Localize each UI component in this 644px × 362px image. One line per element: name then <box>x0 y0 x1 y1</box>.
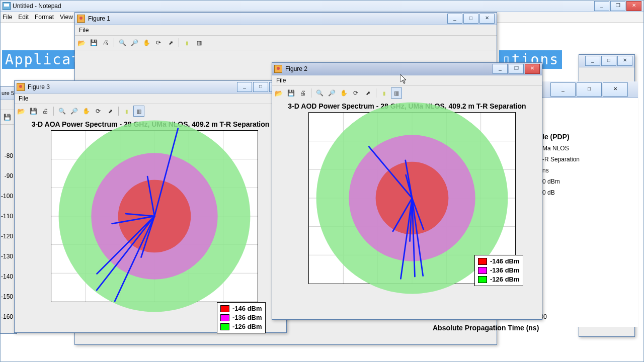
link-icon[interactable] <box>391 87 402 99</box>
aoa-polar-plot[interactable] <box>51 130 258 302</box>
open-icon[interactable] <box>76 37 87 48</box>
brush-icon[interactable] <box>182 37 193 48</box>
print-icon[interactable] <box>100 37 111 48</box>
legend-item: -136 dBm <box>232 313 262 322</box>
print-icon[interactable] <box>40 106 51 117</box>
print-icon[interactable] <box>297 87 308 99</box>
rotate-icon[interactable] <box>93 106 104 117</box>
figure3-menu-file[interactable]: File <box>19 95 28 102</box>
minimize-button[interactable]: _ <box>550 82 576 97</box>
maximize-button[interactable]: □ <box>601 56 616 66</box>
figure2-toolbar <box>272 86 542 101</box>
link-icon[interactable] <box>133 106 144 117</box>
zoom-out-icon[interactable] <box>129 37 140 48</box>
pdp-y-ticks: -80-90-100 -110-120-130 -140-150-160 <box>0 146 13 327</box>
save-icon[interactable] <box>28 106 39 117</box>
close-button[interactable]: ✕ <box>525 64 540 74</box>
data-cursor-icon[interactable] <box>362 87 373 99</box>
figure2-title: Figure 2 <box>285 65 492 72</box>
maximize-button[interactable]: □ <box>463 14 478 24</box>
matlab-icon <box>17 83 25 91</box>
data-cursor-icon[interactable] <box>105 106 116 117</box>
pan-icon[interactable] <box>141 37 152 48</box>
figure3-title: Figure 3 <box>28 83 236 90</box>
figure1-menu-file[interactable]: File <box>79 27 89 34</box>
minimize-button[interactable]: _ <box>594 1 609 11</box>
open-icon[interactable] <box>16 106 27 117</box>
notepad-titlebar[interactable]: Untitled - Notepad _ ❐ ✕ <box>1 1 643 12</box>
data-cursor-icon[interactable] <box>165 37 176 48</box>
figure1-titlebar[interactable]: Figure 1 _ □ ✕ <box>75 13 497 25</box>
maximize-button[interactable]: ❐ <box>610 1 625 11</box>
figure3-legend: -146 dBm -136 dBm -126 dBm <box>217 302 266 333</box>
link-icon[interactable] <box>194 37 205 48</box>
minimize-button[interactable]: _ <box>585 56 600 66</box>
maximize-button[interactable]: □ <box>253 82 268 92</box>
figure3-toolbar <box>15 104 286 119</box>
minimize-button[interactable]: _ <box>493 64 508 74</box>
figure3-window: Figure 3 _ □ ✕ File 3-D AOA Power Spectr… <box>14 80 287 333</box>
save-icon[interactable] <box>88 37 99 48</box>
legend-item: -126 dBm <box>232 322 262 331</box>
close-button[interactable]: ✕ <box>603 82 628 97</box>
figure5-title: ure 5 <box>1 90 15 96</box>
zoom-in-icon[interactable] <box>56 106 67 117</box>
legend-item: -146 dBm <box>490 257 520 266</box>
figure1-title: Figure 1 <box>88 15 446 22</box>
brush-icon[interactable] <box>121 106 132 117</box>
app-strip-left: Applicat <box>2 50 84 69</box>
zoom-in-icon[interactable] <box>117 37 128 48</box>
figure1-toolbar <box>75 36 497 50</box>
rotate-icon[interactable] <box>153 37 164 48</box>
pdp-annot-d: 0 dBm <box>537 176 638 187</box>
menu-item-edit[interactable]: Edit <box>18 14 29 21</box>
matlab-icon <box>274 65 282 73</box>
save-icon[interactable] <box>285 87 296 99</box>
pdp-annot-a: Ma NLOS <box>537 143 638 154</box>
legend-item: -126 dBm <box>490 275 520 284</box>
notepad-icon <box>3 2 11 10</box>
figure2-legend: -146 dBm -136 dBm -126 dBm <box>474 255 523 286</box>
figure2-menu-file[interactable]: File <box>276 77 286 84</box>
menu-item-format[interactable]: Format <box>35 14 54 21</box>
minimize-button[interactable]: _ <box>237 82 252 92</box>
open-icon[interactable] <box>273 87 284 99</box>
pdp-annot-b: -R Separation <box>537 154 638 165</box>
matlab-icon <box>77 15 85 23</box>
notepad-title: Untitled - Notepad <box>13 3 593 10</box>
figure2-titlebar[interactable]: Figure 2 _ ❐ ✕ <box>272 63 542 75</box>
legend-item: -136 dBm <box>490 266 520 275</box>
rotate-icon[interactable] <box>350 87 361 99</box>
maximize-button[interactable]: □ <box>577 82 602 97</box>
minimize-button[interactable]: _ <box>447 14 462 24</box>
legend-item: -146 dBm <box>232 304 262 313</box>
pdp-x-label: Absolute Propagation Time (ns) <box>433 324 539 332</box>
pdp-annot-e: 0 dB <box>537 187 638 198</box>
zoom-out-icon[interactable] <box>326 87 337 99</box>
pan-icon[interactable] <box>338 87 349 99</box>
save-icon[interactable] <box>2 112 13 123</box>
close-button[interactable]: ✕ <box>626 1 641 11</box>
figure3-titlebar[interactable]: Figure 3 _ □ ✕ <box>15 81 286 94</box>
menu-item-file[interactable]: File <box>3 14 12 21</box>
figure4-titlebar[interactable]: _ □ ✕ <box>579 55 634 67</box>
pan-icon[interactable] <box>80 106 92 117</box>
figure6-content-fragment: _ □ ✕ le (PDP) Ma NLOS -R Separation ns … <box>537 85 638 327</box>
figure2-window: Figure 2 _ ❐ ✕ File 3-D AOD Power Spectr… <box>272 62 542 320</box>
menu-item-view[interactable]: View <box>60 14 73 21</box>
zoom-in-icon[interactable] <box>314 87 325 99</box>
brush-icon[interactable] <box>379 87 390 99</box>
zoom-out-icon[interactable] <box>68 106 79 117</box>
close-button[interactable]: ✕ <box>479 14 495 24</box>
pdp-annot-c: ns <box>537 165 638 176</box>
pdp-title-fragment: le (PDP) <box>537 131 638 143</box>
maximize-button[interactable]: ❐ <box>509 64 524 74</box>
close-button[interactable]: ✕ <box>617 56 632 66</box>
